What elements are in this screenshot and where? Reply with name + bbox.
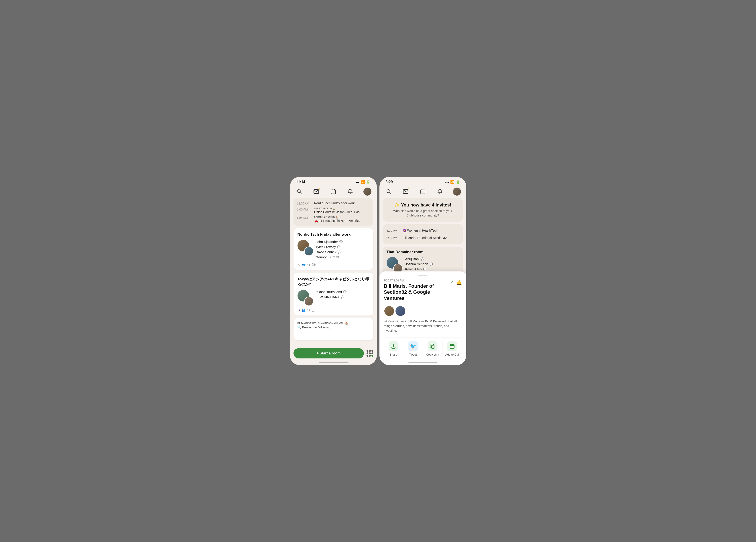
room-3-preview: 🔍 Breaki...he Millionai... — [298, 325, 369, 329]
copy-link-icon — [428, 341, 437, 351]
upcoming-item-1[interactable]: 11:00 AM Nordic Tech Friday after work — [297, 201, 370, 205]
screen-1: 11:14 ▪▪▪ 📶 🔋 ✦ — [290, 177, 377, 365]
status-icons-1: ▪▪▪ 📶 🔋 — [356, 180, 371, 184]
tweet-icon: 🐦 — [408, 341, 418, 351]
calendar-icon-2[interactable] — [419, 188, 427, 196]
battery-icon-2: 🔋 — [456, 180, 460, 184]
events-card[interactable]: 8:00 PM 🧕 Women in HealthTech 8:00 PM Bi… — [383, 224, 463, 244]
bell-icon-2[interactable] — [436, 188, 444, 196]
upcoming-info-3: FORMULA 1 CLUB 🏠 🚗 F1 Presence in North … — [314, 216, 370, 223]
chat-dots-2: 💬 — [337, 246, 340, 249]
upcoming-info-2: STARTUP CLUB 🏠 Office Hours w/ Jason Fri… — [314, 207, 370, 214]
tweet-label: Tweet — [409, 353, 417, 356]
room-3-club: BREAKFAST WITH CHAMPIONS - MILLION... 🏠 — [298, 322, 369, 324]
upcoming-item-3[interactable]: 2:00 PM FORMULA 1 CLUB 🏠 🚗 F1 Presence i… — [297, 216, 370, 223]
active-room-speakers: Anuj Bahl 💬 Joshua Schoen 💬 Kevin Allen … — [387, 257, 459, 273]
event-item-1[interactable]: 8:00 PM 🧕 Women in HealthTech — [387, 227, 459, 234]
svg-line-1 — [300, 192, 301, 194]
speaker-names-1: John Sjölander 💬 Tyler Crowley 💬 David S… — [316, 240, 369, 260]
calendar-icon[interactable] — [329, 188, 337, 196]
dot-3 — [371, 350, 373, 352]
sparkle-badge-2: ✦ — [408, 187, 410, 191]
sheet-header-left: TODAY 8:00 PM Bill Maris, Founder of Sec… — [384, 279, 450, 304]
upcoming-club-2: STARTUP CLUB 🏠 — [314, 207, 370, 210]
avatar-stack-2 — [298, 290, 314, 306]
sheet-avatars — [384, 306, 462, 316]
upcoming-club-3: FORMULA 1 CLUB 🏠 — [314, 216, 370, 219]
svg-rect-14 — [432, 345, 434, 348]
dot-5 — [369, 352, 371, 354]
room-card-1[interactable]: Nordic Tech Friday after work John Sjöla… — [293, 228, 373, 270]
bottom-sheet: TODAY 8:00 PM Bill Maris, Founder of Sec… — [379, 271, 466, 365]
tweet-action[interactable]: 🐦 Tweet — [403, 341, 423, 356]
upcoming-title-1: Nordic Tech Friday after work — [314, 201, 370, 205]
avatar-stack-1 — [298, 240, 314, 256]
invite-subtitle: Who else would be a great addition to yo… — [387, 209, 458, 218]
room-title-1: Nordic Tech Friday after work — [298, 232, 369, 237]
search-icon-2[interactable] — [385, 188, 393, 196]
status-time-2: 3:29 — [386, 180, 393, 184]
bell-sheet-icon[interactable]: 🔔 — [456, 280, 462, 285]
active-speaker-3: Kevin Allen 💬 — [405, 267, 459, 271]
dot-6 — [371, 352, 373, 354]
share-icon — [389, 341, 398, 351]
avatar-2[interactable] — [453, 188, 461, 196]
status-bar-2: 3:29 ▪▪▪ 📶 🔋 — [379, 177, 466, 186]
copy-link-label: Copy Link — [426, 353, 439, 356]
dot-8 — [369, 355, 371, 357]
active-speaker-names: Anuj Bahl 💬 Joshua Schoen 💬 Kevin Allen … — [405, 257, 459, 273]
active-speaker-1: Anuj Bahl 💬 — [405, 257, 459, 261]
speaker-names-2: takashi murakami 💬 LEW KIRIHARA 💬 — [316, 290, 369, 306]
event-name-2: Bill Maris, Founder of Section32... — [403, 236, 449, 240]
invite-title: ✨ You now have 4 invites! — [387, 202, 458, 208]
svg-rect-10 — [421, 190, 425, 194]
sheet-actions: Share 🐦 Tweet Copy Link — [384, 337, 462, 356]
status-time-1: 11:14 — [296, 180, 305, 184]
add-to-cal-action[interactable]: Add to Cal — [442, 341, 462, 356]
speaker-name-2: Tyler Crowley 💬 — [316, 245, 369, 249]
home-indicator-2 — [408, 362, 437, 363]
upcoming-card[interactable]: 11:00 AM Nordic Tech Friday after work 1… — [293, 198, 373, 226]
room-card-3[interactable]: BREAKFAST WITH CHAMPIONS - MILLION... 🏠 … — [293, 318, 373, 340]
nav-bar-2: ✦ — [379, 186, 466, 198]
sheet-title: Bill Maris, Founder of Section32 & Googl… — [384, 283, 450, 301]
svg-rect-3 — [331, 190, 336, 194]
speaker-avatar-4 — [304, 296, 314, 306]
mail-icon[interactable]: ✦ — [312, 188, 320, 196]
upcoming-info-1: Nordic Tech Friday after work — [314, 201, 370, 205]
add-to-cal-label: Add to Cal — [445, 353, 459, 356]
sheet-avatar-1 — [384, 306, 395, 316]
wifi-icon: 📶 — [361, 180, 365, 184]
speaker-name-3: David Sonnek 💬 — [316, 250, 369, 254]
upcoming-title-2: Office Hours w/ Jason Fried, Bas... — [314, 210, 370, 214]
sheet-datetime: TODAY 8:00 PM — [384, 279, 450, 282]
upcoming-item-2[interactable]: 1:00 PM STARTUP CLUB 🏠 Office Hours w/ J… — [297, 207, 370, 214]
bell-icon-1[interactable] — [346, 188, 354, 196]
share-action[interactable]: Share — [384, 341, 403, 356]
event-item-2[interactable]: 8:00 PM Bill Maris, Founder of Section32… — [387, 234, 459, 242]
dot-1 — [367, 350, 368, 352]
dot-2 — [369, 350, 371, 352]
room-card-2[interactable]: TokyoはアジアのARTキャピタルとなり得るのか? takashi murak… — [293, 272, 373, 315]
search-icon[interactable] — [295, 188, 303, 196]
copy-link-action[interactable]: Copy Link — [423, 341, 442, 356]
sheet-avatar-2 — [395, 306, 406, 316]
dot-7 — [367, 355, 368, 357]
checkmark-icon[interactable]: ✓ — [450, 280, 454, 285]
add-to-cal-icon — [447, 341, 457, 351]
dots-grid[interactable] — [367, 350, 373, 357]
speaker-name-5: takashi murakami 💬 — [316, 290, 369, 294]
speaker-avatar-2 — [304, 247, 314, 256]
avatar-1[interactable] — [363, 188, 371, 196]
upcoming-time-1: 11:00 AM — [297, 201, 312, 205]
mail-icon-2[interactable]: ✦ — [402, 188, 410, 196]
room-stats-1: 77 👥 / 8 💬 — [298, 263, 369, 266]
speaker-name-6: LEW KIRIHARA 💬 — [316, 295, 369, 299]
room-speakers-2: takashi murakami 💬 LEW KIRIHARA 💬 — [298, 290, 369, 306]
invite-card[interactable]: ✨ You now have 4 invites! Who else would… — [383, 198, 463, 222]
home-indicator-1 — [319, 362, 348, 363]
dot-9 — [371, 355, 373, 357]
event-name-1: 🧕 Women in HealthTech — [403, 229, 438, 232]
start-room-button[interactable]: + Start a room — [293, 348, 364, 358]
wifi-icon-2: 📶 — [450, 180, 454, 184]
